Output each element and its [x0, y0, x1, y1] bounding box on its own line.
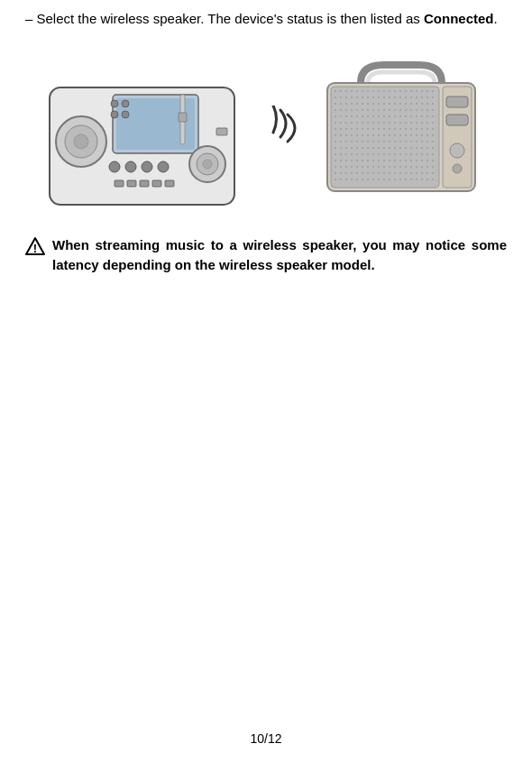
svg-rect-128: [367, 122, 369, 124]
svg-rect-219: [345, 153, 347, 155]
svg-rect-71: [367, 103, 369, 105]
svg-rect-161: [340, 134, 342, 136]
svg-rect-207: [383, 147, 385, 149]
page-number: 10/12: [0, 731, 532, 746]
svg-rect-120: [427, 115, 428, 117]
svg-rect-114: [394, 115, 396, 117]
svg-rect-150: [383, 128, 385, 130]
svg-rect-93: [383, 109, 385, 111]
svg-rect-142: [340, 128, 342, 130]
svg-rect-126: [356, 122, 358, 124]
svg-rect-278: [356, 172, 358, 174]
svg-rect-244: [378, 160, 380, 161]
wireless-speaker-image: [311, 60, 491, 205]
svg-rect-262: [372, 166, 374, 168]
svg-rect-204: [367, 147, 369, 149]
svg-rect-101: [427, 109, 428, 111]
svg-rect-238: [345, 160, 347, 161]
svg-rect-293: [335, 179, 336, 180]
svg-rect-266: [394, 166, 396, 168]
svg-rect-48: [345, 96, 347, 98]
svg-rect-68: [351, 103, 353, 105]
svg-rect-146: [362, 128, 363, 130]
svg-rect-301: [378, 179, 380, 180]
svg-rect-198: [335, 147, 336, 149]
svg-rect-167: [372, 134, 374, 136]
svg-rect-133: [394, 122, 396, 124]
svg-rect-305: [399, 179, 401, 180]
svg-rect-225: [378, 153, 380, 155]
svg-rect-32: [362, 90, 363, 92]
svg-rect-132: [389, 122, 390, 124]
svg-rect-165: [362, 134, 363, 136]
svg-rect-47: [340, 96, 342, 98]
svg-rect-137: [416, 122, 417, 124]
svg-rect-267: [399, 166, 401, 168]
svg-rect-57: [394, 96, 396, 98]
svg-rect-210: [399, 147, 401, 149]
svg-rect-109: [367, 115, 369, 117]
svg-rect-199: [340, 147, 342, 149]
svg-rect-230: [405, 153, 407, 155]
svg-rect-174: [410, 134, 412, 136]
svg-rect-94: [389, 109, 390, 111]
svg-rect-60: [410, 96, 412, 98]
svg-rect-37: [389, 90, 390, 92]
svg-rect-184: [362, 141, 363, 142]
svg-rect-175: [416, 134, 417, 136]
svg-rect-309: [421, 179, 423, 180]
svg-rect-23: [179, 113, 187, 122]
svg-rect-298: [362, 179, 363, 180]
svg-rect-90: [367, 109, 369, 111]
svg-rect-189: [389, 141, 390, 142]
svg-rect-221: [356, 153, 358, 155]
svg-rect-164: [356, 134, 358, 136]
svg-rect-115: [399, 115, 401, 117]
svg-rect-166: [367, 134, 369, 136]
svg-rect-113: [389, 115, 390, 117]
svg-rect-213: [416, 147, 417, 149]
svg-rect-70: [362, 103, 363, 105]
svg-rect-236: [335, 160, 336, 161]
svg-rect-69: [356, 103, 358, 105]
svg-rect-89: [362, 109, 363, 111]
svg-rect-110: [372, 115, 374, 117]
svg-rect-170: [389, 134, 390, 136]
svg-rect-160: [335, 134, 336, 136]
svg-rect-62: [421, 96, 423, 98]
svg-rect-209: [394, 147, 396, 149]
warning-text: When streaming music to a wireless speak…: [52, 235, 507, 276]
svg-rect-42: [416, 90, 417, 92]
svg-rect-288: [410, 172, 412, 174]
svg-rect-53: [372, 96, 374, 98]
svg-rect-260: [362, 166, 363, 168]
svg-rect-151: [389, 128, 390, 130]
svg-rect-308: [416, 179, 417, 180]
svg-rect-276: [345, 172, 347, 174]
svg-rect-302: [383, 179, 385, 180]
svg-point-19: [122, 100, 129, 107]
svg-rect-134: [399, 122, 401, 124]
svg-rect-88: [356, 109, 358, 111]
svg-rect-233: [421, 153, 423, 155]
svg-rect-136: [410, 122, 412, 124]
svg-rect-220: [351, 153, 353, 155]
svg-rect-172: [399, 134, 401, 136]
svg-rect-186: [372, 141, 374, 142]
svg-rect-194: [416, 141, 417, 142]
svg-rect-292: [432, 172, 434, 174]
svg-rect-58: [399, 96, 401, 98]
svg-rect-229: [399, 153, 401, 155]
svg-rect-290: [421, 172, 423, 174]
svg-point-316: [453, 164, 462, 173]
svg-rect-193: [410, 141, 412, 142]
svg-rect-241: [362, 160, 363, 161]
svg-rect-205: [372, 147, 374, 149]
svg-rect-61: [416, 96, 417, 98]
svg-rect-56: [389, 96, 390, 98]
svg-rect-104: [340, 115, 342, 117]
svg-rect-82: [427, 103, 428, 105]
svg-rect-87: [351, 109, 353, 111]
intro-text-prefix: – Select the wireless speaker. The devic…: [25, 11, 424, 26]
svg-rect-173: [405, 134, 407, 136]
